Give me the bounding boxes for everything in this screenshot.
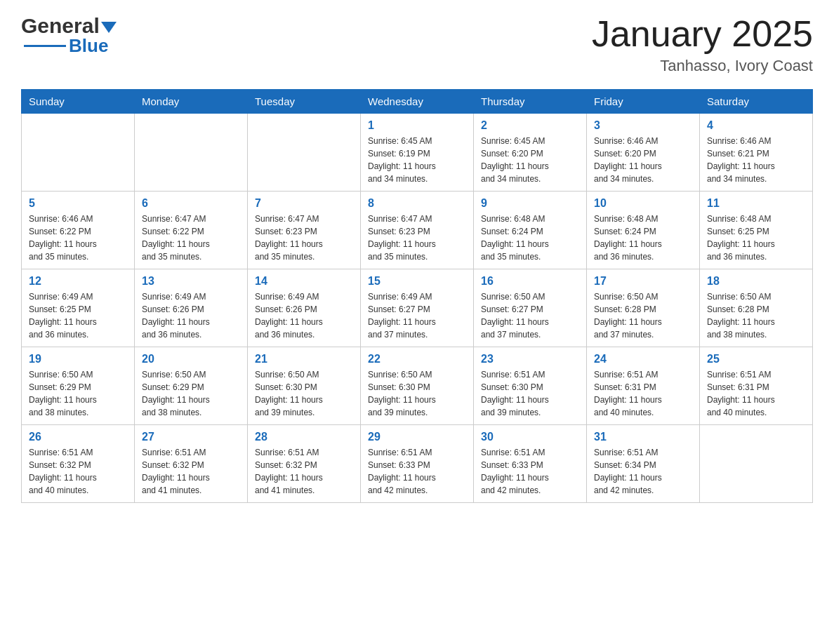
calendar-cell: 29Sunrise: 6:51 AM Sunset: 6:33 PM Dayli… xyxy=(361,425,474,503)
day-info: Sunrise: 6:49 AM Sunset: 6:27 PM Dayligh… xyxy=(368,290,466,341)
calendar-header-wednesday: Wednesday xyxy=(361,90,474,114)
day-number: 5 xyxy=(29,197,127,210)
calendar-cell: 22Sunrise: 6:50 AM Sunset: 6:30 PM Dayli… xyxy=(361,347,474,425)
day-number: 16 xyxy=(481,275,579,288)
day-info: Sunrise: 6:50 AM Sunset: 6:28 PM Dayligh… xyxy=(707,290,805,341)
day-number: 3 xyxy=(594,119,692,132)
day-info: Sunrise: 6:45 AM Sunset: 6:20 PM Dayligh… xyxy=(481,135,579,185)
calendar-week-row: 26Sunrise: 6:51 AM Sunset: 6:32 PM Dayli… xyxy=(22,425,813,503)
calendar-cell: 23Sunrise: 6:51 AM Sunset: 6:30 PM Dayli… xyxy=(474,347,587,425)
calendar-cell: 17Sunrise: 6:50 AM Sunset: 6:28 PM Dayli… xyxy=(587,269,700,347)
calendar-cell xyxy=(248,114,361,192)
calendar-week-row: 19Sunrise: 6:50 AM Sunset: 6:29 PM Dayli… xyxy=(22,347,813,425)
calendar-cell: 25Sunrise: 6:51 AM Sunset: 6:31 PM Dayli… xyxy=(700,347,813,425)
day-number: 4 xyxy=(707,119,805,132)
calendar-cell: 26Sunrise: 6:51 AM Sunset: 6:32 PM Dayli… xyxy=(22,425,135,503)
calendar-week-row: 12Sunrise: 6:49 AM Sunset: 6:25 PM Dayli… xyxy=(22,269,813,347)
day-number: 23 xyxy=(481,353,579,365)
day-number: 8 xyxy=(368,197,466,210)
page-header: General Blue January 2025 Tanhasso, Ivor… xyxy=(21,14,813,75)
day-number: 2 xyxy=(481,119,579,132)
day-info: Sunrise: 6:48 AM Sunset: 6:25 PM Dayligh… xyxy=(707,213,805,263)
day-number: 19 xyxy=(29,353,127,365)
day-info: Sunrise: 6:49 AM Sunset: 6:26 PM Dayligh… xyxy=(142,290,240,341)
day-number: 25 xyxy=(707,353,805,365)
day-number: 18 xyxy=(707,275,805,288)
logo-blue-text: Blue xyxy=(69,35,108,57)
day-info: Sunrise: 6:49 AM Sunset: 6:26 PM Dayligh… xyxy=(255,290,353,341)
day-number: 13 xyxy=(142,275,240,288)
calendar-week-row: 1Sunrise: 6:45 AM Sunset: 6:19 PM Daylig… xyxy=(22,114,813,192)
calendar-cell: 13Sunrise: 6:49 AM Sunset: 6:26 PM Dayli… xyxy=(135,269,248,347)
day-info: Sunrise: 6:51 AM Sunset: 6:33 PM Dayligh… xyxy=(368,446,466,497)
day-info: Sunrise: 6:46 AM Sunset: 6:21 PM Dayligh… xyxy=(707,135,805,185)
logo-triangle-icon xyxy=(101,22,117,33)
calendar-cell: 28Sunrise: 6:51 AM Sunset: 6:32 PM Dayli… xyxy=(248,425,361,503)
day-number: 29 xyxy=(368,431,466,443)
day-number: 27 xyxy=(142,431,240,443)
calendar-cell: 3Sunrise: 6:46 AM Sunset: 6:20 PM Daylig… xyxy=(587,114,700,192)
day-number: 1 xyxy=(368,119,466,132)
calendar-cell: 24Sunrise: 6:51 AM Sunset: 6:31 PM Dayli… xyxy=(587,347,700,425)
calendar-cell: 2Sunrise: 6:45 AM Sunset: 6:20 PM Daylig… xyxy=(474,114,587,192)
logo: General Blue xyxy=(21,14,117,57)
calendar-cell: 30Sunrise: 6:51 AM Sunset: 6:33 PM Dayli… xyxy=(474,425,587,503)
day-info: Sunrise: 6:49 AM Sunset: 6:25 PM Dayligh… xyxy=(29,290,127,341)
day-info: Sunrise: 6:47 AM Sunset: 6:22 PM Dayligh… xyxy=(142,213,240,263)
day-number: 15 xyxy=(368,275,466,288)
calendar-cell: 31Sunrise: 6:51 AM Sunset: 6:34 PM Dayli… xyxy=(587,425,700,503)
day-number: 31 xyxy=(594,431,692,443)
day-info: Sunrise: 6:48 AM Sunset: 6:24 PM Dayligh… xyxy=(481,213,579,263)
day-info: Sunrise: 6:51 AM Sunset: 6:31 PM Dayligh… xyxy=(707,368,805,419)
calendar-cell: 27Sunrise: 6:51 AM Sunset: 6:32 PM Dayli… xyxy=(135,425,248,503)
day-number: 20 xyxy=(142,353,240,365)
day-info: Sunrise: 6:51 AM Sunset: 6:30 PM Dayligh… xyxy=(481,368,579,419)
calendar-cell: 15Sunrise: 6:49 AM Sunset: 6:27 PM Dayli… xyxy=(361,269,474,347)
day-number: 24 xyxy=(594,353,692,365)
day-info: Sunrise: 6:50 AM Sunset: 6:30 PM Dayligh… xyxy=(368,368,466,419)
day-info: Sunrise: 6:51 AM Sunset: 6:33 PM Dayligh… xyxy=(481,446,579,497)
day-number: 28 xyxy=(255,431,353,443)
calendar-cell: 9Sunrise: 6:48 AM Sunset: 6:24 PM Daylig… xyxy=(474,192,587,269)
calendar-cell: 12Sunrise: 6:49 AM Sunset: 6:25 PM Dayli… xyxy=(22,269,135,347)
calendar-cell: 10Sunrise: 6:48 AM Sunset: 6:24 PM Dayli… xyxy=(587,192,700,269)
calendar-header-row: SundayMondayTuesdayWednesdayThursdayFrid… xyxy=(22,90,813,114)
calendar-week-row: 5Sunrise: 6:46 AM Sunset: 6:22 PM Daylig… xyxy=(22,192,813,269)
calendar-header-thursday: Thursday xyxy=(474,90,587,114)
day-number: 17 xyxy=(594,275,692,288)
day-number: 11 xyxy=(707,197,805,210)
day-info: Sunrise: 6:46 AM Sunset: 6:22 PM Dayligh… xyxy=(29,213,127,263)
day-info: Sunrise: 6:50 AM Sunset: 6:28 PM Dayligh… xyxy=(594,290,692,341)
day-number: 26 xyxy=(29,431,127,443)
day-info: Sunrise: 6:45 AM Sunset: 6:19 PM Dayligh… xyxy=(368,135,466,185)
day-info: Sunrise: 6:51 AM Sunset: 6:32 PM Dayligh… xyxy=(255,446,353,497)
day-info: Sunrise: 6:48 AM Sunset: 6:24 PM Dayligh… xyxy=(594,213,692,263)
calendar-header-tuesday: Tuesday xyxy=(248,90,361,114)
calendar-cell: 21Sunrise: 6:50 AM Sunset: 6:30 PM Dayli… xyxy=(248,347,361,425)
day-info: Sunrise: 6:46 AM Sunset: 6:20 PM Dayligh… xyxy=(594,135,692,185)
calendar-cell: 5Sunrise: 6:46 AM Sunset: 6:22 PM Daylig… xyxy=(22,192,135,269)
day-info: Sunrise: 6:51 AM Sunset: 6:34 PM Dayligh… xyxy=(594,446,692,497)
logo-general-text: General xyxy=(21,14,100,38)
calendar-cell: 6Sunrise: 6:47 AM Sunset: 6:22 PM Daylig… xyxy=(135,192,248,269)
calendar-cell xyxy=(22,114,135,192)
calendar-cell xyxy=(135,114,248,192)
day-info: Sunrise: 6:50 AM Sunset: 6:30 PM Dayligh… xyxy=(255,368,353,419)
calendar-header-sunday: Sunday xyxy=(22,90,135,114)
calendar-cell: 1Sunrise: 6:45 AM Sunset: 6:19 PM Daylig… xyxy=(361,114,474,192)
day-number: 21 xyxy=(255,353,353,365)
calendar-cell: 8Sunrise: 6:47 AM Sunset: 6:23 PM Daylig… xyxy=(361,192,474,269)
day-info: Sunrise: 6:51 AM Sunset: 6:31 PM Dayligh… xyxy=(594,368,692,419)
day-number: 9 xyxy=(481,197,579,210)
calendar-cell: 4Sunrise: 6:46 AM Sunset: 6:21 PM Daylig… xyxy=(700,114,813,192)
calendar-cell: 14Sunrise: 6:49 AM Sunset: 6:26 PM Dayli… xyxy=(248,269,361,347)
title-block: January 2025 Tanhasso, Ivory Coast xyxy=(592,14,813,75)
calendar-header-friday: Friday xyxy=(587,90,700,114)
day-number: 30 xyxy=(481,431,579,443)
day-info: Sunrise: 6:51 AM Sunset: 6:32 PM Dayligh… xyxy=(29,446,127,497)
calendar-cell: 16Sunrise: 6:50 AM Sunset: 6:27 PM Dayli… xyxy=(474,269,587,347)
calendar-cell: 20Sunrise: 6:50 AM Sunset: 6:29 PM Dayli… xyxy=(135,347,248,425)
day-number: 6 xyxy=(142,197,240,210)
day-info: Sunrise: 6:50 AM Sunset: 6:27 PM Dayligh… xyxy=(481,290,579,341)
day-number: 12 xyxy=(29,275,127,288)
